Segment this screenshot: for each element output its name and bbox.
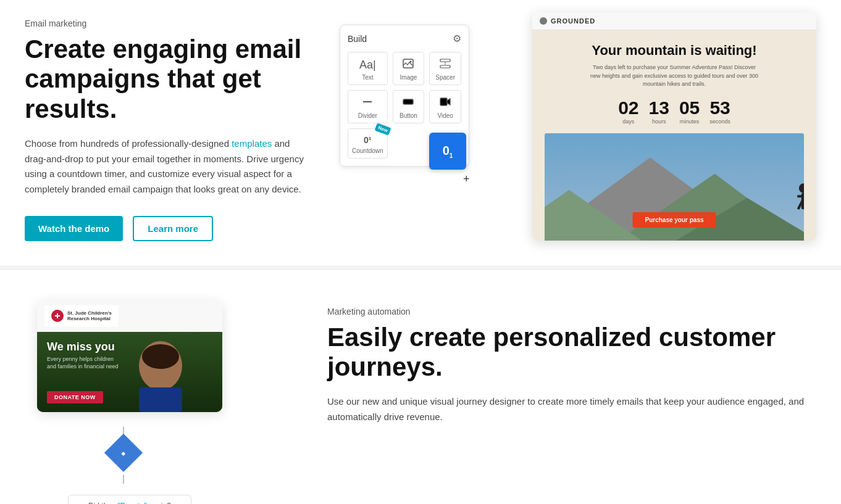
question-pre: Did they — [88, 502, 117, 504]
button-group: Watch the demo Learn more — [25, 216, 309, 241]
hospital-logo-icon — [51, 310, 64, 322]
builder-item-image[interactable]: Image — [393, 52, 425, 85]
journey-question-box: Did they "Donate" again? — [68, 495, 191, 504]
automation-body-text: Use our new and unique visual journey de… — [327, 394, 816, 425]
text-icon: Aa| — [359, 59, 376, 72]
builder-item-divider[interactable]: Divider — [348, 90, 388, 123]
builder-item-video[interactable]: Video — [429, 90, 461, 123]
countdown-icon: 0¹ — [364, 135, 371, 145]
divider-icon — [362, 97, 373, 110]
builder-item-text[interactable]: Aa| Text — [348, 52, 388, 85]
countdown-row: 02 days 13 hours 05 minutes 53 seconds — [618, 97, 730, 125]
brand-dot — [540, 17, 547, 25]
svg-rect-2 — [440, 59, 450, 62]
question-post: again? — [147, 502, 171, 504]
question-action: "Donate" — [117, 502, 146, 504]
builder-item-spacer[interactable]: Spacer — [429, 52, 461, 85]
email-headline: Your mountain is waiting! — [592, 43, 756, 59]
left-content: Email marketing Create engaging email ca… — [25, 12, 333, 241]
builder-item-button[interactable]: Button — [393, 90, 425, 123]
spacer-label: Spacer — [435, 74, 455, 81]
hours-num: 13 — [649, 97, 669, 118]
add-icon[interactable]: + — [463, 173, 470, 186]
new-badge: New — [375, 123, 391, 136]
image-icon — [403, 59, 414, 72]
email-subtext: Two days left to purchase your Summer Ad… — [588, 64, 761, 89]
top-section: Email marketing Create engaging email ca… — [0, 0, 841, 266]
countdown-float-widget: 01 — [429, 133, 466, 170]
right-illustration: Build ⚙ Aa| Text Image — [340, 12, 816, 241]
svg-rect-21 — [55, 315, 60, 316]
countdown-hours: 13 hours — [649, 97, 669, 125]
countdown-minutes: 05 minutes — [679, 97, 700, 125]
builder-item-countdown[interactable]: New 0¹ Countdown — [348, 128, 388, 159]
brand-name: GROUNDED — [551, 17, 595, 25]
automation-content: Marketing automation Easily create perso… — [327, 294, 816, 425]
days-label: days — [618, 118, 638, 125]
body-text: Choose from hundreds of professionally-d… — [25, 136, 309, 197]
journey-diamond: ⬥ — [104, 434, 143, 472]
email-preview-header: GROUNDED — [532, 12, 816, 30]
journey-line-mid — [123, 475, 124, 484]
days-num: 02 — [618, 97, 638, 118]
countdown-label: Countdown — [352, 147, 383, 154]
body-text-before: Choose from hundreds of professionally-d… — [25, 138, 232, 149]
journey-flow: ⬥ Did they "Donate" again? Yes No — [56, 427, 191, 504]
image-label: Image — [400, 74, 417, 81]
main-heading: Create engaging email campaigns that get… — [25, 35, 309, 124]
seconds-label: seconds — [709, 118, 730, 125]
hospital-name-line1: St. Jude Children's — [67, 310, 112, 316]
builder-title: Build — [348, 34, 367, 44]
email-preview: GROUNDED Your mountain is waiting! Two d… — [532, 12, 816, 241]
diamond-icon: ⬥ — [120, 447, 127, 458]
bottom-section: St. Jude Children's Research Hospital — [0, 270, 841, 504]
learn-more-button[interactable]: Learn more — [133, 216, 213, 241]
automation-illustration: St. Jude Children's Research Hospital — [25, 294, 290, 504]
every-penny-text: Every penny helps children and families … — [47, 355, 121, 371]
button-icon — [403, 97, 414, 110]
templates-link[interactable]: templates — [232, 138, 272, 149]
video-label: Video — [437, 112, 453, 119]
automation-heading: Easily create personalized customer jour… — [327, 323, 816, 382]
email-card-image: We miss you Every penny helps children a… — [37, 332, 222, 412]
divider-label: Divider — [358, 112, 377, 119]
svg-rect-3 — [440, 65, 450, 68]
builder-header: Build ⚙ — [348, 33, 461, 44]
email-card: St. Jude Children's Research Hospital — [37, 300, 222, 412]
text-label: Text — [362, 74, 373, 81]
journey-diamond-wrapper: ⬥ — [110, 439, 137, 466]
section-label: Email marketing — [25, 19, 309, 28]
mountain-image: Purchase your pass — [545, 133, 804, 241]
question-container: Did they "Donate" again? — [56, 475, 191, 504]
button-label: Button — [400, 112, 417, 119]
donate-button: DONATE NOW — [47, 391, 103, 403]
countdown-float-icon: 01 — [443, 144, 453, 159]
svg-rect-7 — [440, 98, 447, 105]
automation-section-label: Marketing automation — [327, 307, 816, 316]
minutes-label: minutes — [679, 118, 700, 125]
we-miss-you-text: We miss you — [47, 341, 115, 353]
email-preview-body: Your mountain is waiting! Two days left … — [532, 30, 816, 241]
video-icon — [440, 97, 451, 110]
watch-demo-button[interactable]: Watch the demo — [25, 216, 123, 241]
hospital-name-line2: Research Hospital — [67, 316, 112, 321]
hours-label: hours — [649, 118, 669, 125]
countdown-seconds: 53 seconds — [709, 97, 730, 125]
email-card-header: St. Jude Children's Research Hospital — [37, 300, 222, 332]
minutes-num: 05 — [679, 97, 700, 118]
hospital-logo: St. Jude Children's Research Hospital — [44, 305, 119, 327]
gear-icon[interactable]: ⚙ — [453, 33, 461, 44]
svg-rect-6 — [403, 99, 413, 104]
spacer-icon — [440, 59, 451, 72]
seconds-num: 53 — [709, 97, 730, 118]
purchase-cta: Purchase your pass — [632, 212, 716, 228]
svg-point-1 — [410, 61, 412, 63]
countdown-days: 02 days — [618, 97, 638, 125]
